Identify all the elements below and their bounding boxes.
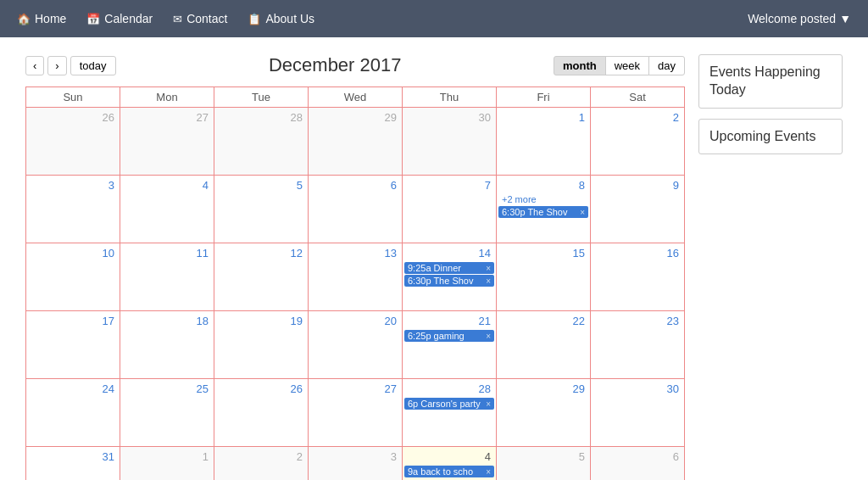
week-row-0: 262728293012 — [26, 108, 685, 176]
day-number: 8 — [498, 177, 588, 193]
day-cell[interactable]: 11 — [120, 243, 214, 311]
day-number: 7 — [404, 177, 494, 193]
day-number: 6 — [310, 177, 400, 193]
next-button[interactable]: › — [47, 56, 66, 75]
welcome-text: Welcome posted — [748, 12, 836, 25]
today-button[interactable]: today — [70, 56, 116, 75]
upcoming-events-box: Upcoming Events — [698, 119, 843, 155]
day-cell[interactable]: 29 — [309, 108, 403, 176]
day-cell[interactable]: 26 — [26, 108, 120, 176]
days-header-row: SunMonTueWedThuFriSat — [26, 87, 685, 108]
day-number: 17 — [28, 313, 118, 329]
event-more[interactable]: +2 more — [498, 193, 588, 205]
nav-group: ‹ › today — [25, 56, 116, 75]
calendar-icon: 📅 — [86, 13, 100, 25]
day-cell[interactable]: 3 — [309, 447, 403, 481]
day-cell[interactable]: 23 — [591, 311, 685, 379]
nav-item-contact[interactable]: ✉Contact — [173, 12, 227, 25]
week-view-button[interactable]: week — [605, 56, 649, 75]
day-cell[interactable]: 49a back to scho× — [403, 447, 497, 481]
day-cell[interactable]: 3 — [26, 176, 120, 243]
event-bar[interactable]: 9:25a Dinner× — [404, 262, 494, 274]
day-cell[interactable]: 1 — [120, 447, 214, 481]
event-close-icon[interactable]: × — [486, 332, 491, 341]
day-number: 10 — [28, 245, 118, 261]
day-cell[interactable]: 5 — [214, 176, 309, 243]
event-bar[interactable]: 9a back to scho× — [404, 466, 494, 477]
day-cell[interactable]: 17 — [26, 311, 120, 379]
day-view-button[interactable]: day — [648, 56, 685, 75]
day-cell[interactable]: 13 — [309, 243, 403, 311]
day-cell[interactable]: 31 — [26, 447, 120, 481]
day-cell[interactable]: 1 — [497, 108, 591, 176]
event-label: 9:25a Dinner — [408, 263, 461, 273]
week-row-1: 345678+2 more6:30p The Shov×9 — [26, 176, 685, 243]
day-number: 18 — [122, 313, 212, 329]
day-cell[interactable]: 30 — [591, 379, 685, 447]
day-header-tue: Tue — [214, 87, 309, 108]
event-close-icon[interactable]: × — [486, 399, 491, 409]
day-cell[interactable]: 2 — [591, 108, 685, 176]
dropdown-arrow: ▼ — [839, 12, 851, 25]
event-bar[interactable]: 6p Carson's party× — [404, 398, 494, 410]
day-number: 3 — [310, 449, 400, 465]
day-cell[interactable]: 19 — [214, 311, 309, 379]
day-number: 6 — [593, 449, 682, 465]
day-number: 19 — [216, 313, 306, 329]
week-row-2: 10111213149:25a Dinner×6:30p The Shov×15… — [26, 243, 685, 311]
day-cell[interactable]: 8+2 more6:30p The Shov× — [497, 176, 591, 243]
day-number: 28 — [216, 109, 306, 126]
nav-item-about[interactable]: 📋About Us — [248, 12, 314, 25]
day-cell[interactable]: 30 — [403, 108, 497, 176]
month-view-button[interactable]: month — [554, 56, 606, 75]
nav-item-home[interactable]: 🏠Home — [17, 12, 66, 25]
event-close-icon[interactable]: × — [486, 276, 491, 286]
user-menu[interactable]: Welcome posted ▼ — [748, 12, 851, 25]
day-cell[interactable]: 28 — [214, 108, 309, 176]
day-cell[interactable]: 6 — [591, 447, 685, 481]
day-cell[interactable]: 4 — [120, 176, 214, 243]
about-icon: 📋 — [248, 13, 261, 25]
calendar-header: ‹ › today December 2017 month week day — [25, 54, 685, 76]
prev-button[interactable]: ‹ — [25, 56, 44, 75]
upcoming-events-title: Upcoming Events — [709, 128, 832, 146]
day-cell[interactable]: 26 — [214, 379, 309, 447]
day-cell[interactable]: 286p Carson's party× — [403, 379, 497, 447]
event-close-icon[interactable]: × — [486, 467, 491, 477]
day-cell[interactable]: 24 — [26, 379, 120, 447]
day-cell[interactable]: 22 — [497, 311, 591, 379]
calendar-title: December 2017 — [269, 54, 402, 76]
day-cell[interactable]: 216:25p gaming× — [403, 311, 497, 379]
day-header-mon: Mon — [120, 87, 214, 108]
event-close-icon[interactable]: × — [580, 208, 585, 217]
day-cell[interactable]: 15 — [497, 243, 591, 311]
day-cell[interactable]: 10 — [26, 243, 120, 311]
nav-item-calendar[interactable]: 📅Calendar — [86, 12, 153, 25]
day-cell[interactable]: 20 — [309, 311, 403, 379]
day-cell[interactable]: 27 — [309, 379, 403, 447]
event-bar[interactable]: 6:30p The Shov× — [404, 275, 494, 287]
day-number: 24 — [28, 381, 118, 397]
event-bar[interactable]: 6:30p The Shov× — [498, 206, 588, 218]
day-number: 3 — [28, 177, 118, 193]
day-number: 26 — [28, 109, 118, 126]
day-number: 9 — [593, 177, 682, 193]
day-number: 1 — [498, 109, 588, 126]
event-bar[interactable]: 6:25p gaming× — [404, 330, 494, 342]
day-cell[interactable]: 2 — [214, 447, 309, 481]
day-cell[interactable]: 25 — [120, 379, 214, 447]
day-cell[interactable]: 5 — [497, 447, 591, 481]
day-cell[interactable]: 12 — [214, 243, 309, 311]
day-cell[interactable]: 9 — [591, 176, 685, 243]
day-cell[interactable]: 29 — [497, 379, 591, 447]
day-cell[interactable]: 18 — [120, 311, 214, 379]
event-close-icon[interactable]: × — [486, 264, 491, 273]
day-cell[interactable]: 7 — [403, 176, 497, 243]
day-number: 4 — [404, 449, 494, 465]
day-cell[interactable]: 27 — [120, 108, 214, 176]
day-cell[interactable]: 149:25a Dinner×6:30p The Shov× — [403, 243, 497, 311]
contact-icon: ✉ — [173, 13, 182, 25]
day-cell[interactable]: 6 — [309, 176, 403, 243]
week-row-3: 17181920216:25p gaming×2223 — [26, 311, 685, 379]
day-cell[interactable]: 16 — [591, 243, 685, 311]
